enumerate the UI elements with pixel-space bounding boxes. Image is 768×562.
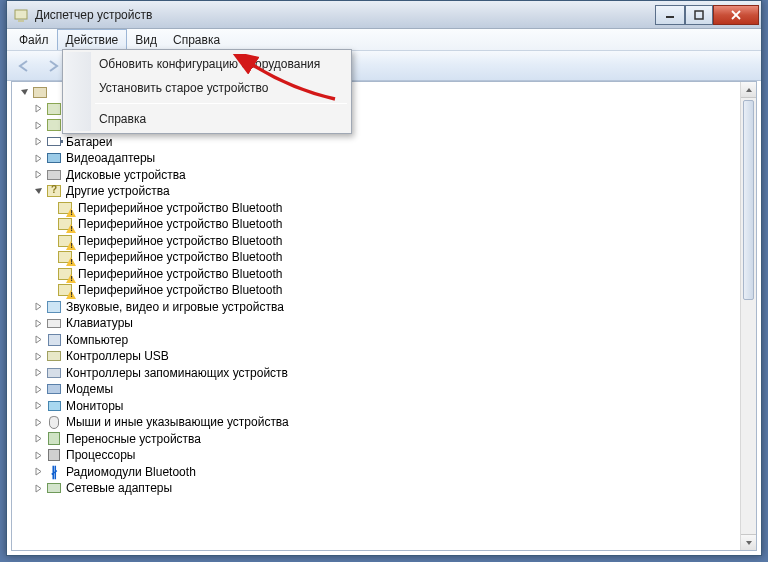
tree-label: Контроллеры запоминающих устройств <box>66 366 288 380</box>
tree-category[interactable]: Клавиатуры <box>12 315 740 332</box>
expand-icon[interactable] <box>32 152 44 164</box>
expand-icon[interactable] <box>32 383 44 395</box>
tree-category[interactable]: Сетевые адаптеры <box>12 480 740 497</box>
tree-label: Мыши и иные указывающие устройства <box>66 415 289 429</box>
tree-category[interactable]: Контроллеры USB <box>12 348 740 365</box>
expand-icon[interactable] <box>32 482 44 494</box>
scroll-down-button[interactable] <box>741 534 756 550</box>
tree-category[interactable]: ∦Радиомодули Bluetooth <box>12 464 740 481</box>
menu-file[interactable]: Файл <box>11 29 57 50</box>
vertical-scrollbar[interactable] <box>740 82 756 550</box>
expand-icon[interactable] <box>32 169 44 181</box>
tree-label: Сетевые адаптеры <box>66 481 172 495</box>
expand-icon[interactable] <box>32 334 44 346</box>
tree-item-bt-peripheral[interactable]: !Периферийное устройство Bluetooth <box>12 249 740 266</box>
warning-device-icon: ! <box>58 249 74 265</box>
collapse-icon[interactable] <box>18 86 30 98</box>
action-menu-dropdown: Обновить конфигурацию оборудования Устан… <box>62 49 352 134</box>
scroll-up-button[interactable] <box>741 82 756 98</box>
tree-label: Процессоры <box>66 448 136 462</box>
tree-label: Другие устройства <box>66 184 170 198</box>
tree-item-bt-peripheral[interactable]: !Периферийное устройство Bluetooth <box>12 266 740 283</box>
expand-icon[interactable] <box>32 301 44 313</box>
window-controls <box>655 5 759 25</box>
menu-help[interactable]: Справка <box>165 29 228 50</box>
tree-item-bt-peripheral[interactable]: !Периферийное устройство Bluetooth <box>12 216 740 233</box>
expand-icon[interactable] <box>32 317 44 329</box>
expand-icon[interactable] <box>32 433 44 445</box>
menu-scan-hardware[interactable]: Обновить конфигурацию оборудования <box>65 52 349 76</box>
tree-category[interactable]: Компьютер <box>12 332 740 349</box>
tree-category[interactable]: Процессоры <box>12 447 740 464</box>
expand-icon[interactable] <box>32 466 44 478</box>
tree-label: Видеоадаптеры <box>66 151 155 165</box>
computer-root-icon <box>32 84 48 100</box>
back-button[interactable] <box>13 54 37 78</box>
menu-action[interactable]: Действие <box>57 29 128 50</box>
maximize-button[interactable] <box>685 5 713 25</box>
expand-icon[interactable] <box>32 416 44 428</box>
expand-icon[interactable] <box>32 103 44 115</box>
expand-icon[interactable] <box>32 400 44 412</box>
tree-category[interactable]: Контроллеры запоминающих устройств <box>12 365 740 382</box>
tree-label: Радиомодули Bluetooth <box>66 465 196 479</box>
expand-icon[interactable] <box>32 119 44 131</box>
tree-category[interactable]: Переносные устройства <box>12 431 740 448</box>
tree-item-bt-peripheral[interactable]: !Периферийное устройство Bluetooth <box>12 282 740 299</box>
bluetooth-icon: ∦ <box>46 464 62 480</box>
tree-category[interactable]: Видеоадаптеры <box>12 150 740 167</box>
modem-icon <box>46 381 62 397</box>
usb-icon <box>46 348 62 364</box>
tree-category[interactable]: Мыши и иные указывающие устройства <box>12 414 740 431</box>
net-icon <box>46 480 62 496</box>
collapse-icon[interactable] <box>32 185 44 197</box>
tree-line <box>44 251 56 263</box>
tree-pane: hiddenhiddenБатареиВидеоадаптерыДисковые… <box>11 81 757 551</box>
menu-help-item[interactable]: Справка <box>65 107 349 131</box>
expand-icon[interactable] <box>32 136 44 148</box>
tree-category[interactable]: Дисковые устройства <box>12 167 740 184</box>
window-title: Диспетчер устройств <box>35 8 655 22</box>
menubar: Файл Действие Вид Справка <box>7 29 761 51</box>
tree-item-bt-peripheral[interactable]: !Периферийное устройство Bluetooth <box>12 200 740 217</box>
expand-icon[interactable] <box>32 367 44 379</box>
kb-icon <box>46 315 62 331</box>
tree-category[interactable]: Батареи <box>12 134 740 151</box>
tree-label: Переносные устройства <box>66 432 201 446</box>
other-devices-icon <box>46 183 62 199</box>
app-icon <box>13 7 29 23</box>
device-tree[interactable]: hiddenhiddenБатареиВидеоадаптерыДисковые… <box>12 82 740 550</box>
mon2-icon <box>46 398 62 414</box>
titlebar[interactable]: Диспетчер устройств <box>7 1 761 29</box>
close-button[interactable] <box>713 5 759 25</box>
pc-icon <box>46 332 62 348</box>
menu-view[interactable]: Вид <box>127 29 165 50</box>
tree-label: Модемы <box>66 382 113 396</box>
tree-line <box>44 268 56 280</box>
expand-icon[interactable] <box>32 449 44 461</box>
tree-label: Компьютер <box>66 333 128 347</box>
svg-rect-1 <box>18 20 24 22</box>
tree-label: Клавиатуры <box>66 316 133 330</box>
disk-icon <box>46 167 62 183</box>
svg-rect-3 <box>695 11 703 19</box>
generic-icon <box>46 101 62 117</box>
tree-label: Периферийное устройство Bluetooth <box>78 250 282 264</box>
tree-category[interactable]: Модемы <box>12 381 740 398</box>
menu-add-legacy[interactable]: Установить старое устройство <box>65 76 349 100</box>
tree-label: Звуковые, видео и игровые устройства <box>66 300 284 314</box>
tree-category[interactable]: Мониторы <box>12 398 740 415</box>
tree-label: Дисковые устройства <box>66 168 186 182</box>
generic-icon <box>46 117 62 133</box>
tree-line <box>44 218 56 230</box>
tree-category[interactable]: Звуковые, видео и игровые устройства <box>12 299 740 316</box>
minimize-button[interactable] <box>655 5 685 25</box>
warning-device-icon: ! <box>58 282 74 298</box>
cpu-icon <box>46 447 62 463</box>
tree-item-bt-peripheral[interactable]: !Периферийное устройство Bluetooth <box>12 233 740 250</box>
warning-device-icon: ! <box>58 216 74 232</box>
svg-rect-0 <box>15 10 27 19</box>
expand-icon[interactable] <box>32 350 44 362</box>
scroll-thumb[interactable] <box>743 100 754 300</box>
tree-category-other-devices[interactable]: Другие устройства <box>12 183 740 200</box>
